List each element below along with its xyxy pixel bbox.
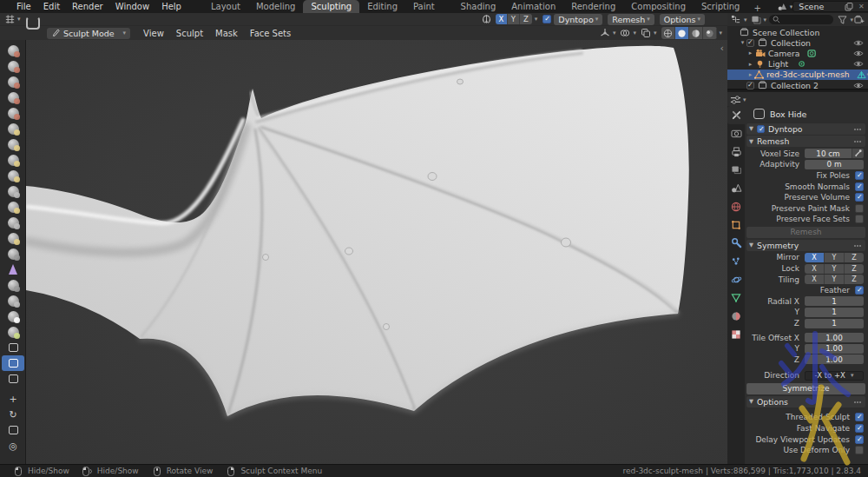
outliner-row-collection[interactable]: ▾Collection <box>727 37 868 48</box>
add-workspace-button[interactable]: + <box>747 3 766 13</box>
tab-scripting[interactable]: Scripting <box>694 0 747 13</box>
tool-crease[interactable] <box>2 168 24 183</box>
tool-elastic-deform[interactable] <box>2 262 24 277</box>
direction-select[interactable]: -X to +X ▾ <box>805 371 864 381</box>
shading-material-preview-button[interactable] <box>689 27 703 39</box>
chevron-down-icon[interactable]: ▾ <box>613 30 616 36</box>
chevron-down-icon[interactable]: ▾ <box>743 96 746 103</box>
tool-scrape[interactable] <box>2 230 24 246</box>
chevron-down-icon[interactable]: ▾ <box>535 16 538 23</box>
eye-icon[interactable] <box>852 79 865 91</box>
menu-edit[interactable]: Edit <box>37 1 66 12</box>
tool-transform[interactable]: ◎ <box>2 438 24 454</box>
tool-multiplane-scrape[interactable] <box>2 246 24 262</box>
radial-field-z[interactable]: 1 <box>805 319 864 328</box>
mode-dropdown[interactable]: Sculpt Mode ▾ <box>47 28 130 39</box>
tab-compositing[interactable]: Compositing <box>623 0 694 13</box>
chevron-down-icon[interactable]: ▾ <box>633 30 636 36</box>
panel-menu-icon[interactable] <box>854 128 863 130</box>
options-checkbox-delay-viewport-updates[interactable] <box>855 435 864 444</box>
editor-type-3dviewport-icon[interactable] <box>3 13 16 25</box>
voxel-size-field[interactable]: 10 cm <box>805 149 852 158</box>
filter-funnel-icon[interactable] <box>836 14 848 26</box>
tab-sculpting[interactable]: Sculpting <box>303 0 359 13</box>
options-checkbox-threaded-sculpt[interactable] <box>855 413 864 421</box>
chevron-down-icon[interactable]: ▾ <box>764 17 767 23</box>
header-symmetry-x[interactable]: X <box>496 14 508 24</box>
header-symmetry-y[interactable]: Y <box>508 14 520 24</box>
gizmos-dropdown-icon[interactable] <box>599 27 611 39</box>
feather-checkbox[interactable] <box>855 286 864 295</box>
options-dropdown[interactable]: Options ▾ <box>660 14 705 25</box>
overlays-dropdown-icon[interactable] <box>619 27 631 39</box>
dyntopo-panel-checkbox[interactable] <box>757 125 765 133</box>
properties-tab-texture[interactable] <box>727 325 745 343</box>
tool-inflate[interactable] <box>2 136 24 152</box>
tool-box-hide[interactable] <box>2 355 24 371</box>
remesh-checkbox-preserve-volume[interactable] <box>855 193 864 202</box>
tool-layer[interactable] <box>2 121 24 136</box>
properties-tab-scene[interactable] <box>727 179 745 197</box>
chevron-down-icon[interactable]: ▾ <box>719 30 722 36</box>
properties-tab-render[interactable] <box>727 124 745 142</box>
tile-offset-field-z[interactable]: 1.00 <box>805 354 864 364</box>
expander-icon[interactable]: ▸ <box>746 61 754 68</box>
tool-fill[interactable] <box>2 215 24 230</box>
chevron-down-icon[interactable]: ▾ <box>654 30 657 36</box>
dyntopo-checkbox[interactable] <box>542 15 551 23</box>
menu-render[interactable]: Render <box>66 1 109 12</box>
outliner-row-light[interactable]: ▸Light <box>727 59 868 70</box>
expander-icon[interactable]: ▸ <box>746 50 754 56</box>
remesh-dropdown[interactable]: Remesh ▾ <box>608 14 654 25</box>
tool-rotate[interactable]: ↻ <box>2 407 24 422</box>
chevron-down-icon[interactable]: ▾ <box>744 17 747 23</box>
tool-scale[interactable] <box>2 422 24 438</box>
editor-type-properties-icon[interactable] <box>729 94 741 106</box>
header-symmetry-z[interactable]: Z <box>520 14 532 24</box>
properties-tab-modifiers[interactable] <box>727 234 745 252</box>
symmetry-mirror-y[interactable]: Y <box>825 253 845 262</box>
remesh-checkbox-smooth-normals[interactable] <box>855 182 864 191</box>
menu-window[interactable]: Window <box>109 1 155 12</box>
expander-icon[interactable]: ▾ <box>739 39 746 46</box>
properties-tab-view-layer[interactable] <box>727 161 745 179</box>
symmetrize-button[interactable]: Symmetrize <box>746 383 865 394</box>
radial-field-radial-x[interactable]: 1 <box>805 296 864 306</box>
tool-clay-thumb[interactable] <box>2 105 24 121</box>
dyntopo-dropdown[interactable]: Dyntopo ▾ <box>554 14 602 25</box>
panel-header-dyntopo[interactable]: ▼ Dyntopo <box>746 123 865 135</box>
xray-toggle-icon[interactable] <box>640 27 652 39</box>
tab-modeling[interactable]: Modeling <box>248 0 304 13</box>
tab-rendering[interactable]: Rendering <box>563 0 623 13</box>
symmetry-tiling-z[interactable]: Z <box>845 275 864 284</box>
collection-checkbox[interactable] <box>746 39 754 47</box>
tab-texture-paint[interactable]: Texture Paint <box>405 0 453 13</box>
tool-draw-sharp[interactable] <box>2 58 24 74</box>
scene-selector[interactable]: ▾ Scene ✕ <box>776 1 868 12</box>
properties-tab-object-data[interactable] <box>727 288 745 307</box>
outliner-display-mode-icon[interactable] <box>750 14 762 26</box>
symmetry-tiling-x[interactable]: X <box>805 275 825 284</box>
outliner-row-scene-collection[interactable]: Scene Collection <box>727 27 868 37</box>
panel-menu-icon[interactable] <box>854 140 863 142</box>
symmetry-lock-z[interactable]: Z <box>845 264 864 274</box>
outliner-search-input[interactable] <box>769 15 833 24</box>
shading-wireframe-button[interactable] <box>661 27 675 39</box>
properties-tab-object[interactable] <box>727 215 745 234</box>
tab-animation[interactable]: Animation <box>503 0 563 13</box>
viewport-menu-sculpt[interactable]: Sculpt <box>170 28 209 39</box>
unlink-scene-icon[interactable]: ✕ <box>855 1 867 13</box>
remesh-button[interactable]: Remesh <box>746 227 865 238</box>
scene-name[interactable]: Scene <box>796 2 843 11</box>
tile-offset-field-tile-offset-x[interactable]: 1.00 <box>805 333 864 342</box>
panel-header-symmetry[interactable]: ▼ Symmetry <box>746 240 865 251</box>
outliner-row-collection-2[interactable]: Collection 2 <box>727 80 868 90</box>
menu-file[interactable]: File <box>10 1 37 12</box>
properties-tab-material[interactable] <box>727 307 745 325</box>
tab-layout[interactable]: Layout <box>203 0 248 13</box>
tool-flatten[interactable] <box>2 199 24 215</box>
tab-shading[interactable]: Shading <box>453 0 504 13</box>
sidebar-collapse-arrow[interactable]: ‹ <box>720 43 724 54</box>
tool-pose[interactable] <box>2 293 24 308</box>
eyedropper-icon[interactable] <box>852 149 864 158</box>
